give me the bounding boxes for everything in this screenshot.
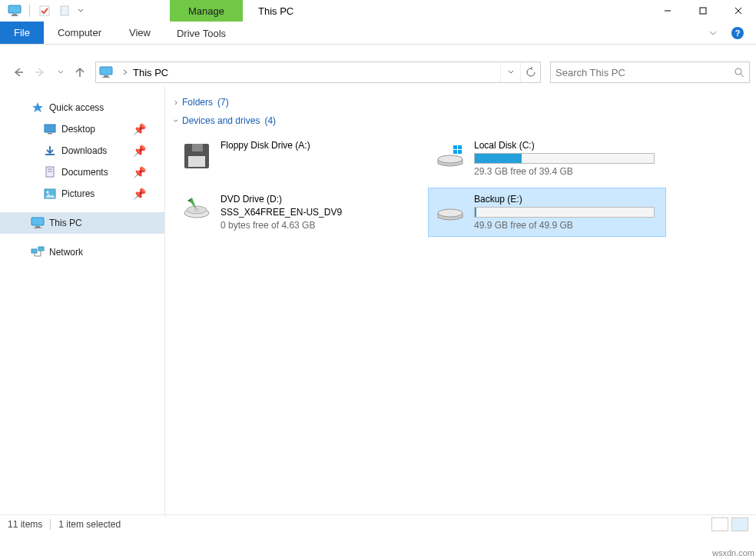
- search-input[interactable]: [555, 67, 734, 78]
- maximize-button[interactable]: [685, 0, 721, 22]
- drive-dvd-d[interactable]: DVD Drive (D:) SSS_X64FREE_EN-US_DV9 0 b…: [174, 188, 413, 237]
- svg-rect-25: [35, 226, 40, 228]
- sidebar-item-pictures[interactable]: Pictures 📌: [0, 183, 164, 205]
- svg-rect-27: [32, 249, 37, 253]
- section-header-folders[interactable]: › Folders (7): [174, 97, 747, 108]
- svg-rect-3: [40, 6, 49, 15]
- refresh-icon[interactable]: [520, 62, 540, 82]
- sidebar-item-network[interactable]: Network: [0, 241, 164, 263]
- svg-point-14: [735, 68, 741, 75]
- navigation-pane: Quick access Desktop 📌 Downloads 📌 Docum…: [0, 86, 165, 517]
- drive-name: Local Disk (C:): [474, 140, 660, 151]
- address-dropdown-icon[interactable]: [500, 62, 520, 82]
- downloads-icon: [43, 144, 57, 158]
- local-disk-icon: [434, 140, 466, 172]
- sidebar-item-quick-access[interactable]: Quick access: [0, 97, 164, 118]
- dvd-drive-icon: [181, 194, 213, 226]
- help-icon[interactable]: ?: [731, 27, 744, 39]
- drive-name: Floppy Disk Drive (A:): [220, 140, 406, 151]
- breadcrumb-separator-icon[interactable]: [122, 68, 128, 76]
- section-header-drives[interactable]: › Devices and drives (4): [174, 115, 747, 126]
- svg-rect-17: [48, 133, 52, 135]
- hard-disk-icon: [434, 194, 466, 226]
- svg-rect-18: [45, 154, 55, 155]
- pictures-icon: [43, 187, 57, 201]
- pin-icon: 📌: [133, 166, 146, 178]
- drive-name: Backup (E:): [474, 194, 660, 205]
- svg-rect-24: [32, 218, 44, 225]
- ribbon-tab-drive-tools[interactable]: Drive Tools: [171, 22, 409, 44]
- drive-backup-e[interactable]: Backup (E:) 49.9 GB free of 49.9 GB: [428, 188, 666, 237]
- ribbon-tab-computer[interactable]: Computer: [44, 22, 115, 44]
- svg-rect-6: [700, 8, 706, 14]
- sidebar-item-desktop[interactable]: Desktop 📌: [0, 118, 164, 140]
- svg-rect-34: [458, 145, 462, 149]
- drive-free-text: 29.3 GB free of 39.4 GB: [474, 166, 660, 177]
- desktop-icon: [43, 122, 57, 136]
- svg-rect-33: [453, 145, 457, 149]
- expand-ribbon-icon[interactable]: [708, 28, 718, 38]
- network-icon: [31, 245, 45, 259]
- svg-rect-0: [8, 5, 21, 13]
- tiles-view-button[interactable]: [731, 517, 748, 531]
- status-item-count: 11 items: [8, 519, 42, 530]
- computer-icon: [31, 216, 45, 230]
- minimize-button[interactable]: [650, 0, 685, 22]
- svg-rect-13: [102, 77, 110, 78]
- back-button[interactable]: [11, 65, 25, 79]
- drive-floppy-a[interactable]: Floppy Disk Drive (A:): [174, 134, 413, 183]
- svg-rect-4: [61, 6, 68, 15]
- svg-line-15: [741, 74, 744, 77]
- svg-rect-31: [188, 156, 205, 167]
- forward-button[interactable]: [34, 65, 48, 79]
- sidebar-item-documents[interactable]: Documents 📌: [0, 161, 164, 183]
- svg-rect-35: [453, 150, 457, 154]
- floppy-disk-icon: [181, 140, 213, 172]
- documents-icon: [43, 165, 57, 179]
- ribbon-tab-view[interactable]: View: [115, 22, 164, 44]
- svg-rect-28: [38, 247, 44, 251]
- address-bar[interactable]: This PC: [95, 62, 541, 83]
- svg-rect-11: [100, 67, 112, 75]
- svg-rect-30: [192, 144, 203, 151]
- drive-name: DVD Drive (D:): [220, 194, 406, 205]
- status-selection: 1 item selected: [58, 519, 121, 530]
- qat-dropdown-icon[interactable]: [76, 2, 85, 19]
- pin-icon: 📌: [133, 123, 146, 135]
- svg-rect-12: [104, 75, 108, 77]
- usage-bar: [474, 207, 655, 218]
- svg-rect-36: [458, 150, 462, 154]
- details-view-button[interactable]: [711, 517, 728, 531]
- search-icon[interactable]: [734, 67, 744, 78]
- app-icon: [6, 2, 23, 19]
- computer-icon: [99, 65, 113, 79]
- svg-rect-16: [45, 125, 55, 132]
- ribbon-tab-file[interactable]: File: [0, 22, 44, 44]
- close-button[interactable]: [721, 0, 756, 22]
- drive-free-text: 0 bytes free of 4.63 GB: [220, 220, 406, 231]
- pin-icon: 📌: [133, 188, 146, 200]
- drive-subname: SSS_X64FREE_EN-US_DV9: [220, 207, 406, 218]
- breadcrumb-location[interactable]: This PC: [133, 67, 168, 78]
- watermark: wsxdn.com: [712, 548, 754, 557]
- window-title: This PC: [258, 5, 293, 17]
- doc-icon[interactable]: [56, 2, 73, 19]
- svg-point-40: [438, 209, 463, 217]
- svg-point-23: [47, 191, 49, 194]
- up-button[interactable]: [74, 66, 86, 78]
- manage-contextual-tab[interactable]: Manage: [170, 0, 243, 22]
- svg-point-32: [438, 155, 463, 163]
- svg-rect-2: [11, 15, 18, 16]
- drive-local-c[interactable]: Local Disk (C:) 29.3 GB free of 39.4 GB: [428, 134, 666, 183]
- star-icon: [31, 101, 45, 115]
- chevron-right-icon: ›: [174, 97, 177, 108]
- sidebar-item-downloads[interactable]: Downloads 📌: [0, 140, 164, 161]
- svg-rect-26: [34, 228, 41, 228]
- checkbox-icon[interactable]: [36, 2, 53, 19]
- chevron-down-icon: ›: [171, 119, 181, 122]
- sidebar-item-this-pc[interactable]: This PC: [0, 212, 164, 234]
- drive-free-text: 49.9 GB free of 49.9 GB: [474, 220, 660, 231]
- usage-bar: [474, 153, 655, 164]
- recent-dropdown-icon[interactable]: [57, 68, 65, 76]
- svg-rect-1: [12, 14, 17, 15]
